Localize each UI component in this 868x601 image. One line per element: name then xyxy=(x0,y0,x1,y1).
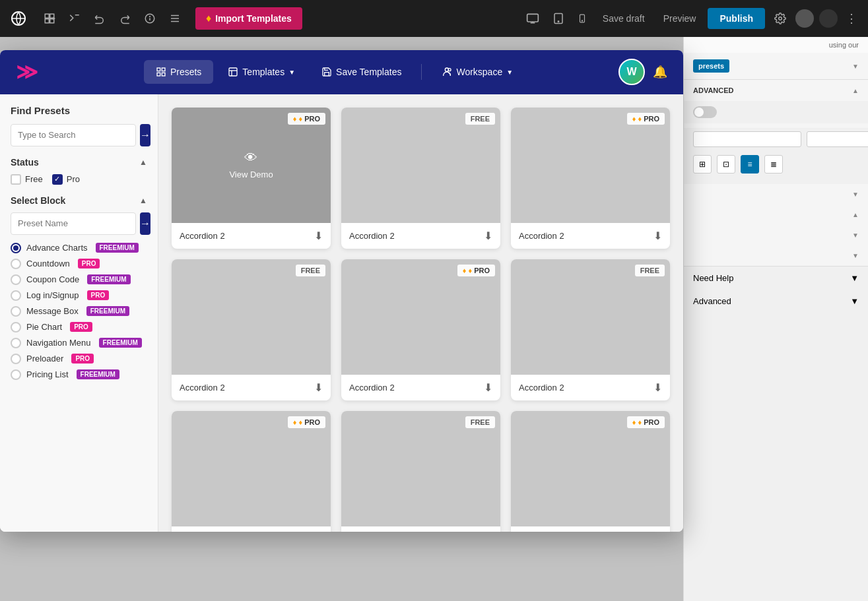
diamond-icon: ♦ xyxy=(206,13,211,24)
preset-thumb-8: ♦ PRO xyxy=(511,411,670,526)
desktop-view-button[interactable] xyxy=(522,8,543,29)
block-radio-6[interactable] xyxy=(11,338,21,348)
download-button-1[interactable]: ⬇ xyxy=(484,230,492,242)
pro-checkbox[interactable] xyxy=(52,174,63,185)
svg-rect-13 xyxy=(527,14,538,22)
settings-button[interactable] xyxy=(770,9,790,28)
block-item[interactable]: Advance ChartsFREEMIUM xyxy=(11,243,147,253)
block-radio-1[interactable] xyxy=(11,259,21,269)
preset-tag-6: ♦ PRO xyxy=(288,416,325,428)
svg-point-17 xyxy=(558,21,559,22)
preset-card-2: ♦ PROAccordion 2⬇ xyxy=(511,108,670,249)
undo-button[interactable] xyxy=(90,9,110,28)
block-item[interactable]: Pricing ListFREEMIUM xyxy=(11,369,147,380)
redo-button[interactable] xyxy=(115,9,135,28)
block-label-7: Preloader xyxy=(26,354,63,364)
block-item[interactable]: PreloaderPRO xyxy=(11,354,147,364)
block-radio-2[interactable] xyxy=(11,274,21,285)
block-label-8: Pricing List xyxy=(26,369,69,379)
publish-button[interactable]: Publish xyxy=(708,8,765,29)
preset-name-0: Accordion 2 xyxy=(180,231,225,241)
block-item[interactable]: Message BoxFREEMIUM xyxy=(11,306,147,317)
preview-button[interactable]: Preview xyxy=(657,9,703,28)
mobile-view-button[interactable] xyxy=(574,8,591,29)
find-presets-title: Find Presets xyxy=(11,105,147,116)
block-badge-1: PRO xyxy=(78,259,100,269)
preset-search-button[interactable]: → xyxy=(140,212,150,235)
rs-layout-btn-1[interactable]: ⊞ xyxy=(693,155,712,174)
rs-advanced-bottom[interactable]: Advanced ▼ xyxy=(684,290,868,313)
save-draft-button[interactable]: Save draft xyxy=(596,9,651,28)
download-button-5[interactable]: ⬇ xyxy=(653,381,662,394)
logo-icon: ≫ xyxy=(16,59,37,84)
rs-advanced-section: ADVANCED ▲ ⊞ ⊡ ≡ ≣ ▼ xyxy=(684,80,868,267)
search-button[interactable]: → xyxy=(140,124,150,146)
nav-save-templates[interactable]: Save Templates xyxy=(310,60,413,84)
preset-thumb-2: ♦ PRO xyxy=(511,108,670,223)
rs-sub-section-4[interactable]: ▼ xyxy=(684,245,868,266)
free-checkbox[interactable] xyxy=(11,174,21,185)
search-input[interactable] xyxy=(11,124,136,146)
block-radio-3[interactable] xyxy=(11,290,21,301)
tablet-view-button[interactable] xyxy=(549,8,568,29)
preset-name-4: Accordion 2 xyxy=(349,383,395,393)
block-radio-8[interactable] xyxy=(11,369,21,380)
block-label-5: Pie Chart xyxy=(26,322,62,332)
rs-advanced-header[interactable]: ADVANCED ▲ xyxy=(684,80,868,101)
preset-footer-2: Accordion 2⬇ xyxy=(511,223,670,249)
import-templates-button[interactable]: ♦ Import Templates xyxy=(195,7,302,30)
preset-card-0: 👁View Demo♦ PROAccordion 2⬇ xyxy=(172,108,331,249)
bell-icon[interactable]: 🔔 xyxy=(653,65,667,79)
preset-tag-5: FREE xyxy=(635,265,665,276)
preset-name-input[interactable] xyxy=(11,212,136,235)
block-radio-0[interactable] xyxy=(11,243,21,253)
status-chevron[interactable]: ▲ xyxy=(139,158,147,167)
block-item[interactable]: Coupon CodeFREEMIUM xyxy=(11,274,147,285)
preset-tag-2: ♦ PRO xyxy=(627,113,665,125)
svg-rect-23 xyxy=(157,73,160,77)
block-radio-4[interactable] xyxy=(11,306,21,317)
block-list: Advance ChartsFREEMIUMCountdownPROCoupon… xyxy=(11,243,147,380)
download-button-4[interactable]: ⬇ xyxy=(484,381,492,394)
rs-presets-header[interactable]: presets ▼ xyxy=(684,53,868,79)
rs-sub-section-3[interactable]: ▼ xyxy=(684,225,868,245)
block-item[interactable]: Pie ChartPRO xyxy=(11,322,147,332)
more-options-button[interactable]: ⋮ xyxy=(843,9,860,28)
svg-rect-21 xyxy=(157,68,160,71)
info-button[interactable] xyxy=(140,9,160,28)
block-item[interactable]: Log in/SignupPRO xyxy=(11,290,147,301)
download-button-0[interactable]: ⬇ xyxy=(314,230,323,242)
block-radio-5[interactable] xyxy=(11,322,21,332)
add-block-button[interactable] xyxy=(40,9,59,28)
rs-sub-section-2[interactable]: ▲ xyxy=(684,205,868,225)
tools-button[interactable] xyxy=(65,9,84,28)
rs-sub-section-1[interactable]: ▼ xyxy=(684,184,868,205)
nav-templates[interactable]: Templates ▼ xyxy=(216,60,307,84)
rs-layout-btn-2[interactable]: ⊡ xyxy=(717,155,735,174)
content-area: 👁View Demo♦ PROAccordion 2⬇FREEAccordion… xyxy=(158,94,683,532)
view-demo-0[interactable]: 👁View Demo xyxy=(229,150,273,179)
preset-name-5: Accordion 2 xyxy=(519,383,564,393)
status-pro[interactable]: Pro xyxy=(52,174,80,185)
rs-advanced-chevron: ▲ xyxy=(852,87,859,94)
rs-toggle-row xyxy=(684,101,868,123)
rs-text-input-2[interactable] xyxy=(807,131,868,147)
nav-workspace[interactable]: Workspace ▼ xyxy=(430,60,525,84)
preset-tag-0: ♦ PRO xyxy=(288,113,325,125)
block-radio-7[interactable] xyxy=(11,354,21,364)
status-free[interactable]: Free xyxy=(11,174,43,185)
list-button[interactable] xyxy=(165,9,185,28)
rs-need-help[interactable]: Need Help ▼ xyxy=(684,267,868,290)
rs-text-input-1[interactable] xyxy=(693,131,801,147)
modal-avatar: W xyxy=(618,59,645,85)
nav-presets[interactable]: Presets xyxy=(144,60,213,84)
rs-layout-btn-3[interactable]: ≡ xyxy=(741,155,759,174)
download-button-2[interactable]: ⬇ xyxy=(653,230,662,242)
rs-toggle[interactable] xyxy=(693,106,717,118)
block-chevron[interactable]: ▲ xyxy=(139,196,147,205)
svg-rect-4 xyxy=(50,19,54,23)
block-item[interactable]: CountdownPRO xyxy=(11,259,147,269)
download-button-3[interactable]: ⬇ xyxy=(314,381,323,394)
block-item[interactable]: Navigation MenuFREEMIUM xyxy=(11,338,147,348)
rs-layout-btn-4[interactable]: ≣ xyxy=(764,155,783,174)
